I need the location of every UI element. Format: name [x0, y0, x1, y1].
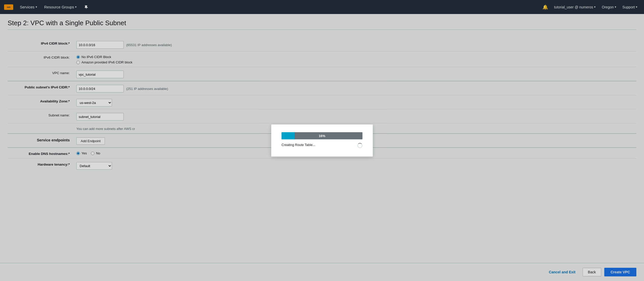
- ipv6-amazon-radio[interactable]: [76, 61, 80, 64]
- ipv6-no-option[interactable]: No IPv6 CIDR Block: [76, 55, 132, 59]
- services-nav[interactable]: Services: [17, 3, 40, 11]
- back-button[interactable]: Back: [583, 268, 601, 276]
- subnet-name-label: Subnet name:: [8, 112, 74, 117]
- region-label: Oregon: [602, 5, 614, 9]
- resource-groups-label: Resource Groups: [44, 5, 74, 9]
- vpc-name-row: VPC name:: [8, 67, 636, 81]
- progress-status-text: Creating Route Table...: [282, 143, 315, 147]
- dns-no-option[interactable]: No: [91, 151, 100, 155]
- support-label: Support: [622, 5, 635, 9]
- spinner-icon: [357, 143, 362, 148]
- support-menu[interactable]: Support: [620, 4, 640, 11]
- subnet-name-row: Subnet name:: [8, 109, 636, 123]
- vpc-name-value: [76, 70, 124, 78]
- bell-button[interactable]: 🔔: [540, 3, 551, 11]
- subnet-note: You can add more subnets after AWS cr: [76, 127, 135, 131]
- subnet-cidr-row: Public subnet's IPv4 CIDR:* (251 IP addr…: [8, 81, 636, 95]
- ipv6-no-radio[interactable]: [76, 55, 80, 59]
- user-label: tutorial_user @ numeros: [554, 5, 593, 9]
- subnet-cidr-label: Public subnet's IPv4 CIDR:*: [8, 84, 74, 89]
- dns-no-radio[interactable]: [91, 152, 94, 155]
- progress-bar-container: 16%: [282, 132, 362, 139]
- service-endpoints-label: Service endpoints: [8, 136, 74, 142]
- ipv6-no-label: No IPv6 CIDR Block: [81, 55, 111, 59]
- region-menu[interactable]: Oregon: [599, 4, 619, 11]
- svg-text:AWS: AWS: [7, 6, 11, 8]
- page-title: Step 2: VPC with a Single Public Subnet: [8, 19, 636, 30]
- hardware-tenancy-label: Hardware tenancy:*: [8, 161, 74, 166]
- progress-status: Creating Route Table...: [282, 143, 362, 147]
- dns-no-label: No: [96, 151, 100, 155]
- pin-icon[interactable]: [81, 3, 91, 11]
- subnet-note-spacer: [8, 126, 74, 127]
- subnet-cidr-value: (251 IP addresses available): [76, 84, 168, 92]
- dns-yes-label: Yes: [81, 151, 87, 155]
- ipv6-radio-group: No IPv6 CIDR Block Amazon provided IPv6 …: [76, 55, 132, 64]
- hardware-tenancy-select[interactable]: Default Dedicated: [76, 162, 112, 170]
- subnet-cidr-hint: (251 IP addresses available): [126, 87, 168, 91]
- services-label: Services: [20, 5, 35, 9]
- resource-groups-nav[interactable]: Resource Groups: [42, 3, 79, 11]
- ipv4-cidr-input[interactable]: [76, 41, 124, 49]
- progress-bar-fill: [282, 132, 295, 139]
- ipv6-amazon-option[interactable]: Amazon provided IPv6 CIDR block: [76, 60, 132, 64]
- progress-modal: 16% Creating Route Table...: [271, 124, 373, 157]
- ipv4-cidr-hint: (65531 IP addresses available): [126, 43, 172, 47]
- progress-bar-label: 16%: [319, 134, 325, 138]
- ipv6-cidr-row: IPv6 CIDR block: No IPv6 CIDR Block Amaz…: [8, 51, 636, 67]
- subnet-name-value: [76, 112, 124, 121]
- ipv6-cidr-value: No IPv6 CIDR Block Amazon provided IPv6 …: [76, 54, 132, 64]
- dns-hostnames-label: Enable DNS hostnames:*: [8, 150, 74, 156]
- ipv4-cidr-label: IPv4 CIDR block:*: [8, 40, 74, 45]
- subnet-cidr-input[interactable]: [76, 85, 124, 92]
- hardware-tenancy-value: Default Dedicated: [76, 161, 112, 170]
- subnet-note-text: You can add more subnets after AWS cr: [76, 126, 135, 131]
- dns-hostnames-value: Yes No: [76, 150, 100, 155]
- user-menu[interactable]: tutorial_user @ numeros: [552, 4, 598, 11]
- service-endpoints-value: Add Endpoint: [76, 136, 105, 145]
- add-endpoint-button[interactable]: Add Endpoint: [76, 137, 105, 145]
- vpc-name-input[interactable]: [76, 71, 124, 78]
- ipv4-cidr-value: (65531 IP addresses available): [76, 40, 172, 49]
- az-label: Availability Zone:*: [8, 98, 74, 103]
- footer-bar: Cancel and Exit Back Create VPC: [0, 263, 644, 281]
- ipv6-cidr-label: IPv6 CIDR block:: [8, 54, 74, 59]
- dns-yes-option[interactable]: Yes: [76, 151, 87, 155]
- ipv6-amazon-label: Amazon provided IPv6 CIDR block: [81, 60, 132, 64]
- cancel-exit-button[interactable]: Cancel and Exit: [545, 268, 579, 276]
- ipv4-cidr-row: IPv4 CIDR block:* (65531 IP addresses av…: [8, 37, 636, 51]
- vpc-name-label: VPC name:: [8, 70, 74, 75]
- subnet-name-input[interactable]: [76, 113, 124, 121]
- navbar: AWS Services Resource Groups 🔔 tutorial_…: [0, 0, 644, 14]
- dns-yes-radio[interactable]: [76, 152, 80, 155]
- az-row: Availability Zone:* us-west-2a us-west-2…: [8, 95, 636, 109]
- az-value: us-west-2a us-west-2b us-west-2c No Pref…: [76, 98, 112, 106]
- bell-icon: 🔔: [542, 4, 548, 10]
- create-vpc-button[interactable]: Create VPC: [604, 268, 636, 276]
- hardware-tenancy-row: Hardware tenancy:* Default Dedicated: [8, 158, 636, 172]
- navbar-right: 🔔 tutorial_user @ numeros Oregon Support: [540, 3, 640, 11]
- aws-logo-icon: AWS: [4, 3, 13, 12]
- az-select[interactable]: us-west-2a us-west-2b us-west-2c No Pref…: [76, 99, 112, 106]
